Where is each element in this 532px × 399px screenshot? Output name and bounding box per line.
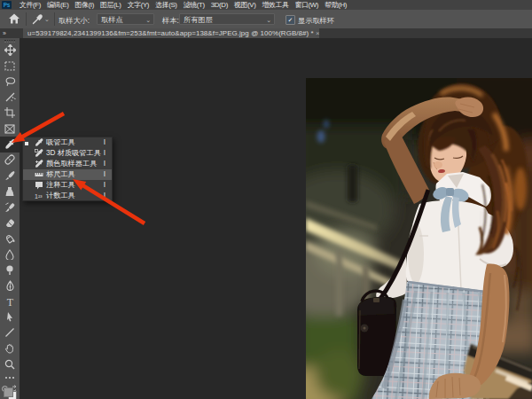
svg-text:1²³: 1²³ [35,193,43,200]
svg-text:T: T [6,296,13,307]
